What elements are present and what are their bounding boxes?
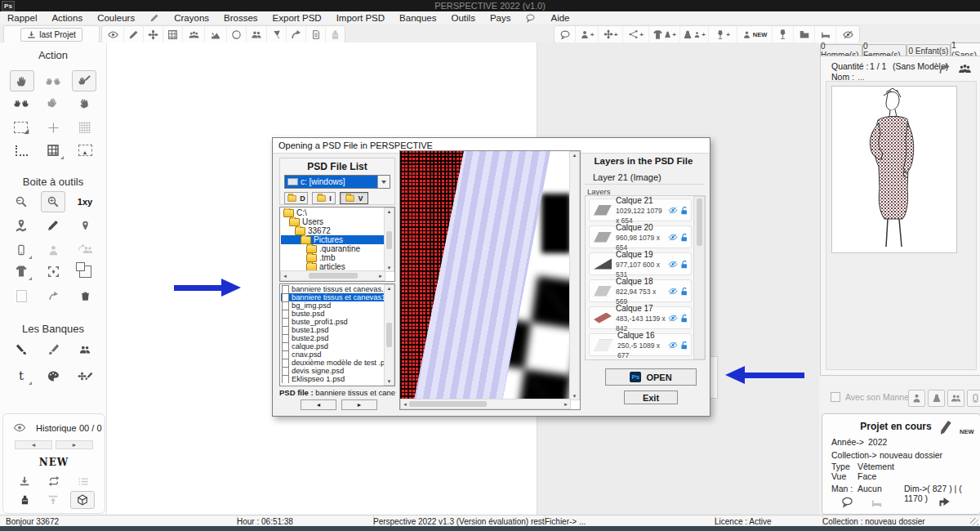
- pencil-new-icon[interactable]: [937, 419, 955, 435]
- zoom-in-tool[interactable]: +: [41, 191, 65, 212]
- preview-vertical-scrollbar[interactable]: ▲▼: [569, 151, 580, 400]
- last-project-button[interactable]: last Projet: [20, 28, 82, 42]
- drive-select[interactable]: c: [windows]: [284, 175, 390, 189]
- circle-tool-button[interactable]: [227, 26, 247, 42]
- lock-open-icon[interactable]: [679, 206, 688, 215]
- tree-item[interactable]: C:\: [281, 208, 385, 217]
- flower-tool-button[interactable]: [144, 26, 163, 42]
- file-item[interactable]: buste1.psd: [281, 326, 385, 334]
- eye-off-icon[interactable]: [668, 206, 678, 215]
- folder-i-button[interactable]: I: [312, 192, 336, 204]
- lock-open-icon[interactable]: [679, 287, 688, 296]
- marquee-select-tool[interactable]: ◢: [10, 118, 33, 137]
- draw-pencil-tool[interactable]: [42, 216, 65, 235]
- menu-brosses[interactable]: Brosses: [216, 13, 265, 23]
- mannequin-preview[interactable]: [831, 86, 957, 253]
- zoom-1xy-tool[interactable]: 1xy: [74, 192, 96, 212]
- folder-d-button[interactable]: D: [284, 192, 308, 204]
- hand-pan-tool[interactable]: [10, 70, 34, 91]
- bed-tool-button[interactable]: [815, 26, 836, 42]
- mannequin-checkbox[interactable]: [831, 392, 840, 402]
- people-tool-button[interactable]: [247, 26, 267, 42]
- file-item[interactable]: buste2.psd: [281, 334, 385, 342]
- menu-crayons[interactable]: Crayons: [167, 13, 216, 23]
- hand-fan-tool[interactable]: [74, 93, 96, 113]
- add-dress-button[interactable]: +: [680, 26, 709, 42]
- resize-grip[interactable]: [970, 518, 978, 525]
- layer-item[interactable]: Calque 20960,98 1079 x 654: [589, 225, 692, 248]
- person-share-tool[interactable]: [74, 240, 96, 260]
- ink-bottle-button[interactable]: [13, 492, 36, 508]
- menu-export-psd[interactable]: Export PSD: [265, 13, 329, 23]
- tab-hommes[interactable]: 0 Homme(s): [820, 44, 862, 56]
- phone-tool[interactable]: [10, 240, 33, 260]
- chat-icon[interactable]: [840, 496, 854, 508]
- tree-item[interactable]: .tmb: [281, 253, 385, 262]
- eye-off-icon[interactable]: [668, 260, 678, 269]
- tab-femmes[interactable]: 0 Femme(s): [862, 44, 906, 56]
- menu-pays[interactable]: Pays: [483, 13, 519, 23]
- prev-file-button[interactable]: ◄: [301, 399, 336, 410]
- export-tray-button[interactable]: [42, 492, 65, 508]
- file-item[interactable]: devis signe.psd: [281, 367, 385, 375]
- crowd-tool-button[interactable]: [183, 26, 205, 42]
- marker-bank-tool[interactable]: [10, 340, 33, 359]
- menu-couleurs[interactable]: Couleurs: [90, 13, 142, 23]
- new-person-button[interactable]: NEW: [737, 26, 773, 42]
- files-vertical-scrollbar[interactable]: ▲▼: [384, 284, 394, 386]
- cycle-tool-button[interactable]: [287, 26, 306, 42]
- chat-icon[interactable]: [518, 13, 543, 23]
- zoom-out-tool[interactable]: −: [10, 192, 33, 212]
- nested-squares-tool[interactable]: [74, 261, 96, 281]
- import-tray-button[interactable]: [13, 473, 36, 489]
- person-female-button[interactable]: [928, 390, 945, 407]
- tab-enfants[interactable]: 0 Enfant(s): [906, 44, 951, 56]
- people-bank-tool[interactable]: [74, 340, 96, 359]
- eye-off-icon[interactable]: [668, 233, 678, 242]
- eye-off-icon[interactable]: [668, 314, 678, 323]
- file-item[interactable]: buste.psd: [281, 310, 385, 318]
- file-item[interactable]: buste_profi1.psd: [281, 318, 385, 326]
- tab-sans[interactable]: 1 (Sans): [951, 42, 980, 56]
- menu-aide[interactable]: Aide: [543, 13, 577, 23]
- trash-tool[interactable]: [74, 286, 96, 306]
- square-tool[interactable]: [10, 286, 33, 306]
- map-pin-tool[interactable]: [10, 216, 33, 235]
- layer-item[interactable]: Calque 18822,94 753 x 569: [589, 279, 692, 302]
- brush-bank-tool[interactable]: [42, 340, 65, 359]
- palette-tool[interactable]: [42, 366, 65, 386]
- image-marquee-tool[interactable]: ▲: [74, 141, 96, 160]
- kite-tool-button[interactable]: [267, 26, 287, 42]
- add-flower-button[interactable]: +: [599, 26, 623, 42]
- tree-item[interactable]: 33672: [281, 226, 385, 235]
- historique-prev-button[interactable]: ◄: [15, 440, 52, 449]
- layer-item[interactable]: Calque 16250,-5 1089 x 677: [589, 333, 692, 356]
- stamp-tool-button[interactable]: [326, 26, 345, 42]
- crosshair-tool[interactable]: [42, 118, 65, 137]
- list-button[interactable]: [72, 473, 95, 489]
- file-item[interactable]: cnav.psd: [281, 350, 385, 359]
- hands-tool[interactable]: [42, 71, 65, 91]
- file-item[interactable]: banniere tissus et canevas.psd: [281, 285, 385, 293]
- fine-grid-tool[interactable]: [74, 118, 96, 137]
- eye-off-tool-button[interactable]: [836, 26, 859, 42]
- drive-dropdown-button[interactable]: [377, 176, 390, 188]
- tree-vertical-scrollbar[interactable]: ▲▼: [384, 207, 394, 272]
- lock-open-icon[interactable]: [679, 260, 688, 269]
- open-button[interactable]: Ps OPEN: [605, 368, 697, 386]
- grid-tool-button[interactable]: [163, 26, 183, 42]
- cube-button[interactable]: [70, 491, 95, 509]
- add-garment-button[interactable]: +: [649, 26, 680, 42]
- folder-out-tool-button[interactable]: [794, 26, 815, 42]
- lock-open-icon[interactable]: [679, 233, 688, 242]
- person-male-button[interactable]: [908, 390, 925, 407]
- redo-arrow-tool[interactable]: [42, 286, 65, 306]
- pencil-tool-button[interactable]: [124, 26, 144, 42]
- eye-off-icon[interactable]: [668, 341, 678, 350]
- hand-outline-tool[interactable]: [42, 93, 65, 113]
- add-person-button[interactable]: +: [576, 26, 599, 42]
- file-item-selected[interactable]: banniere tissus et canevas1.psd: [281, 293, 385, 301]
- corner-marquee-tool[interactable]: [10, 141, 33, 160]
- letter-t-tool[interactable]: t: [10, 366, 33, 386]
- menu-import-psd[interactable]: Import PSD: [329, 13, 392, 23]
